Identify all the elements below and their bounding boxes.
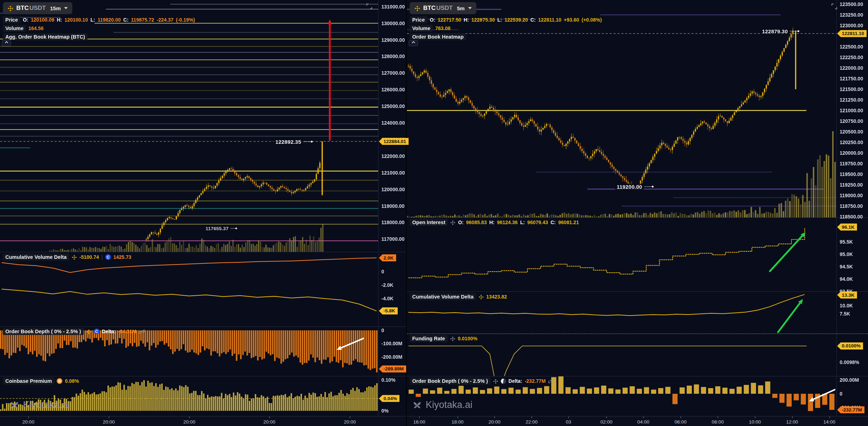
axis-tick-label: 122000.00: [381, 153, 405, 159]
axis-tick-label: 117000.00: [381, 236, 404, 242]
change-pct: (-0.19%): [176, 17, 195, 23]
axis-tick-label: 0.10%: [381, 377, 396, 383]
marker-dot: [652, 186, 654, 188]
axis-tick-label: 119250.00: [840, 182, 863, 188]
time-tick-mark: [606, 416, 607, 418]
axis-tick-label: 128000.00: [381, 53, 405, 59]
cvd-value: 13423.82: [486, 294, 507, 300]
right-price-axis[interactable]: 123500.00123250.00123000.00122811.101225…: [836, 0, 868, 426]
axis-tick-label: 95.5K: [840, 239, 853, 245]
right-low-price-marker: 119200.00: [615, 184, 654, 190]
left-cvd-chart[interactable]: [0, 252, 378, 326]
time-tick-mark: [718, 416, 718, 418]
open-label: O:: [458, 220, 464, 225]
coinbase-icon: C: [105, 254, 111, 260]
right-symbol-selector[interactable]: BTC USDT 5m: [410, 2, 476, 14]
fullscreen-button[interactable]: [831, 3, 838, 11]
binance-icon: [493, 379, 498, 384]
oi-low: 96079.43: [527, 220, 548, 225]
volume-label: Volume: [410, 25, 433, 32]
time-tick-label: 04:00: [637, 419, 649, 425]
close-value: 119875.72: [131, 17, 154, 23]
high-label: H:: [489, 220, 494, 225]
collapse-button[interactable]: [409, 40, 418, 46]
price-label: Price: [410, 16, 427, 23]
watermark-text: Kiyotaka.ai: [23, 399, 70, 410]
time-tick-mark: [419, 416, 420, 418]
premium-label: Coinbase Premium: [3, 377, 54, 385]
marker-dot: [235, 228, 237, 229]
time-tick-mark: [189, 416, 190, 418]
kiyotaka-watermark: Kiyotaka.ai: [412, 399, 472, 410]
volume-value: 763.08: [435, 25, 450, 31]
fullscreen-button[interactable]: [366, 3, 373, 11]
cvd-label: Cumulative Volume Delta: [3, 254, 69, 261]
chevron-up-icon: [5, 41, 8, 45]
divider: [407, 291, 868, 292]
axis-tick-label: 124000.00: [381, 120, 405, 126]
time-tick-label: 20:00: [103, 419, 115, 425]
axis-tick-label: 130000.00: [381, 21, 405, 26]
open-label: O:: [430, 17, 435, 23]
left-time-axis[interactable]: 20:0020:0020:0020:0020:00: [0, 416, 407, 426]
open-value: 120100.09: [31, 17, 54, 23]
right-time-axis[interactable]: 16:0018:0020:0022:000302:0004:0006:0008:…: [407, 416, 868, 426]
right-open-interest-chart[interactable]: [407, 217, 836, 291]
marker-line: [230, 228, 235, 229]
axis-tick-label: 120000.00: [381, 187, 405, 192]
low-value: 119820.00: [97, 17, 121, 23]
watermark-text: Kiyotaka.ai: [426, 399, 472, 410]
low-label: L:: [90, 17, 95, 23]
axis-tick-label: 119000.00: [381, 203, 404, 209]
marker-line: [303, 142, 311, 142]
axis-tick-label: 0: [381, 328, 384, 333]
axis-tick-label: 125000.00: [381, 103, 405, 109]
time-tick-label: 16:00: [413, 419, 425, 425]
last-value-tag: 96.1K: [837, 223, 857, 231]
axis-tick-label: 121000.00: [381, 170, 405, 176]
high-value: 122875.30: [471, 17, 495, 23]
left-symbol-selector[interactable]: BTC USDT 15m: [3, 2, 72, 14]
low-label: L:: [497, 17, 502, 23]
time-tick-label: 08:00: [712, 419, 724, 425]
axis-tick-label: 131000.00: [381, 4, 405, 10]
oi-high: 96124.36: [497, 220, 517, 225]
axis-tick-label: 118750.00: [840, 203, 863, 209]
binance-icon: [72, 255, 77, 260]
binance-icon: [7, 5, 13, 11]
symbol-base: BTC: [16, 5, 29, 12]
axis-tick-label: 7.5K: [840, 311, 850, 317]
divider: [407, 217, 868, 218]
link-off-icon[interactable]: [548, 378, 554, 384]
axis-tick-label: -4.0K: [381, 296, 393, 301]
cvd-label: Cumulative Volume Delta: [410, 293, 476, 300]
left-low-price-marker: 117655.37: [204, 226, 237, 231]
volume-label: Volume: [3, 25, 26, 32]
time-tick-label: 02:00: [600, 419, 612, 425]
axis-tick-label: -2.0K: [381, 282, 393, 288]
timeframe[interactable]: 15m: [50, 5, 61, 11]
divider: [407, 376, 868, 376]
axis-tick-label: 122000.00: [840, 65, 863, 71]
time-tick-mark: [350, 416, 350, 418]
low-value: 122539.20: [504, 17, 528, 23]
axis-tick-label: 10.0K: [840, 303, 853, 308]
link-icon[interactable]: [139, 329, 145, 335]
time-tick-label: 20:00: [263, 419, 275, 425]
axis-tick-label: 119000.00: [840, 193, 863, 198]
timeframe[interactable]: 5m: [457, 5, 465, 11]
funding-value: 0.0100%: [458, 336, 477, 341]
divider: [0, 252, 407, 252]
left-price-axis[interactable]: 131000.00130000.00129000.00128000.001270…: [378, 0, 407, 426]
binance-icon: [86, 329, 91, 334]
coinbase-cvd-value: 1425.73: [113, 254, 131, 260]
axis-tick-label: 0%: [381, 408, 388, 414]
butterfly-logo-icon: [412, 400, 422, 410]
binance-icon: [450, 220, 455, 225]
last-value-tag: 2.0K: [379, 254, 396, 261]
coinbase-icon: C: [94, 329, 100, 334]
marker-line: [644, 187, 652, 187]
time-tick-mark: [829, 416, 830, 418]
collapse-button[interactable]: [2, 40, 11, 46]
high-label: H:: [464, 17, 469, 23]
